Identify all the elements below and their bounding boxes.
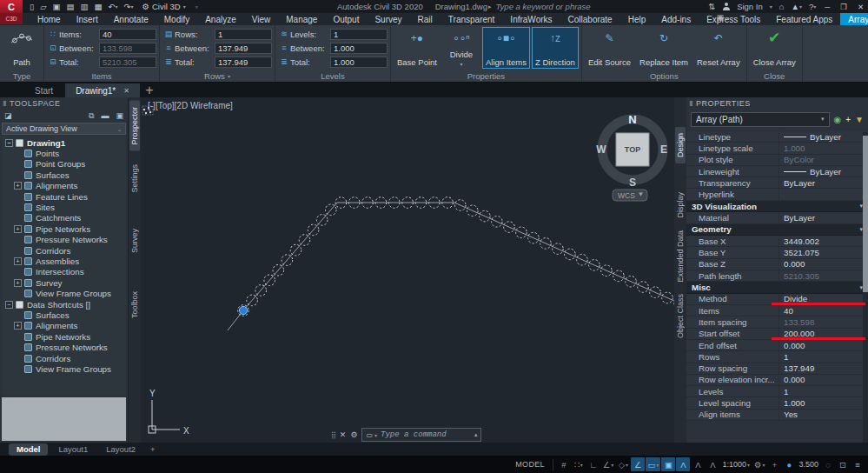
tree-item-surfaces[interactable]: Surfaces: [3, 310, 126, 320]
ribbon-tab-help[interactable]: Help: [620, 13, 654, 25]
close-array-button[interactable]: ✔Close Array: [750, 27, 799, 69]
tree-expander-icon[interactable]: +: [14, 182, 22, 190]
plot-icon[interactable]: ▥: [81, 2, 89, 11]
annotation-monitor-icon[interactable]: +: [767, 457, 781, 471]
undo-icon[interactable]: ↶▾: [108, 2, 117, 11]
palette-grip-icon[interactable]: ▮: [3, 99, 7, 107]
app-menu-button[interactable]: C: [0, 0, 23, 13]
property-value-base-z[interactable]: 0.000: [779, 259, 868, 270]
property-value-material[interactable]: ByLayer: [779, 212, 868, 223]
layout-tab-model[interactable]: Model: [9, 443, 48, 456]
wcs-label[interactable]: WCS: [618, 191, 635, 200]
search-exchange-icon[interactable]: ⇅: [708, 2, 715, 11]
path-array-objects[interactable]: [228, 197, 674, 330]
ribbon-display-toggle[interactable]: ▣▾: [716, 13, 729, 22]
compass-north-label[interactable]: N: [628, 113, 636, 126]
workspace-switching-icon[interactable]: ⚙▾: [752, 457, 767, 471]
items-between-field-input[interactable]: 133.598: [99, 43, 156, 54]
selection-dropdown[interactable]: Array (Path) ▾: [691, 112, 830, 127]
tree-item-feature-lines[interactable]: Feature Lines: [3, 191, 126, 202]
array-path-polyline[interactable]: [228, 203, 674, 330]
model-space-label[interactable]: MODEL: [515, 460, 545, 469]
tree-expander-icon[interactable]: −: [5, 139, 13, 147]
scrollbar-thumb[interactable]: [863, 136, 868, 292]
section-header-misc[interactable]: Misc▾: [686, 282, 868, 294]
toolspace-help-icon[interactable]: ▣: [116, 111, 123, 120]
levels-between-field-input[interactable]: 1.000: [330, 43, 388, 54]
tree-item-sites[interactable]: Sites: [3, 202, 126, 212]
command-input[interactable]: ▭▾ Type a command ▴: [361, 428, 481, 442]
property-value-hyperlink[interactable]: [779, 189, 868, 199]
ribbon-tab-home[interactable]: Home: [30, 13, 69, 25]
tree-item-surfaces[interactable]: Surfaces: [3, 170, 126, 180]
alerts-icon[interactable]: ▲▾: [791, 2, 801, 11]
open-folder-icon[interactable]: ▱: [40, 2, 46, 11]
tree-item-pressure-networks[interactable]: Pressure Networks: [3, 235, 126, 245]
property-value-linetype-scale[interactable]: 1.000: [779, 143, 868, 153]
compass-east-label[interactable]: E: [660, 143, 667, 156]
properties-title-bar[interactable]: ▮ PROPERTIES: [686, 97, 868, 109]
divide-button[interactable]: ∘∘ⁿDivide▾: [442, 27, 480, 69]
ribbon-tab-modify[interactable]: Modify: [156, 13, 197, 25]
redo-icon[interactable]: ↷▾: [123, 2, 133, 11]
property-value-base-x[interactable]: 3449.002: [779, 236, 868, 246]
properties-tab-extended-data[interactable]: Extended Data: [675, 224, 686, 289]
levels-total-field-input[interactable]: 1.000: [330, 57, 388, 68]
ribbon-tab-manage[interactable]: Manage: [278, 13, 325, 25]
align-items-button[interactable]: ∘■∘Align Items: [482, 27, 530, 69]
property-value-base-y[interactable]: 3521.075: [779, 247, 868, 257]
doc-tab-start[interactable]: Start: [24, 83, 63, 97]
quick-select-icon[interactable]: ▼: [855, 115, 864, 124]
property-value-items[interactable]: 40: [779, 305, 868, 316]
properties-tab-display[interactable]: Display: [675, 186, 686, 224]
property-value-row-spacing[interactable]: 137.949: [779, 363, 868, 374]
tree-expander-icon[interactable]: +: [14, 257, 22, 265]
panel-label-properties[interactable]: Properties: [391, 70, 581, 82]
property-value-path-length[interactable]: 5210.305: [779, 270, 868, 281]
section-header-3d-visualization[interactable]: 3D Visualization▾: [686, 201, 868, 213]
tree-item-intersections[interactable]: Intersections: [3, 267, 126, 277]
selected-grip-point[interactable]: [239, 306, 247, 314]
property-value-item-spacing[interactable]: 133.598: [779, 316, 868, 327]
toolspace-tab-settings[interactable]: Settings: [129, 158, 140, 199]
tree-item-alignments[interactable]: +Alignments: [3, 321, 126, 331]
rows-count-field-input[interactable]: 1: [215, 29, 272, 40]
property-value-row-elevation-incr[interactable]: 0.000: [779, 375, 868, 385]
panel-label-close[interactable]: Close: [747, 70, 802, 82]
tree-item-data-shortcuts[interactable]: −Data Shortcuts []: [3, 299, 126, 310]
annotation-scale-value[interactable]: 1:1000▾: [720, 457, 752, 471]
ribbon-tab-insert[interactable]: Insert: [69, 13, 106, 25]
ribbon-tab-analyze[interactable]: Analyze: [197, 13, 244, 25]
help-search-input[interactable]: ▸ Type a keyword or phrase: [488, 1, 619, 12]
sign-in-chevron-icon[interactable]: ▾: [770, 3, 772, 10]
panel-label-levels[interactable]: Levels: [275, 70, 390, 82]
tree-item-corridors[interactable]: Corridors: [3, 245, 126, 256]
ribbon-tab-rail[interactable]: Rail: [410, 13, 441, 25]
ortho-mode-icon[interactable]: ∟: [586, 457, 600, 471]
levels-count-field-input[interactable]: 1: [330, 29, 388, 40]
tree-item-catchments[interactable]: Catchments: [3, 213, 126, 223]
view-compass[interactable]: N E S W TOP WCS: [596, 113, 667, 201]
compass-west-label[interactable]: W: [596, 143, 606, 156]
path-button[interactable]: Path: [3, 27, 41, 69]
save-icon[interactable]: ▣: [53, 2, 61, 11]
item-view-icon[interactable]: ⧉: [89, 111, 94, 121]
qat-customize-icon[interactable]: ▿: [195, 3, 198, 10]
snap-mode-icon[interactable]: ∷▾: [572, 457, 586, 471]
property-value-plot-style[interactable]: ByColor: [779, 155, 868, 165]
new-drawing-tab-button[interactable]: +: [142, 83, 157, 97]
model-space[interactable]: N E S W TOP WCS Y X: [141, 97, 674, 443]
view-selector-dropdown[interactable]: Active Drawing View ⌄: [2, 123, 126, 135]
property-value-transparency[interactable]: ByLayer: [779, 177, 868, 188]
properties-tab-object-class[interactable]: Object Class: [675, 288, 686, 344]
viewport-controls-label[interactable]: [-][Top][2D Wireframe]: [148, 101, 233, 110]
palette-grip-icon[interactable]: ▮: [689, 99, 693, 107]
close-drawing-tab-icon[interactable]: ✕: [123, 87, 129, 95]
minimize-button[interactable]: ─: [823, 3, 832, 11]
drawing-canvas[interactable]: N E S W TOP WCS Y X: [141, 97, 674, 443]
select-objects-icon[interactable]: +: [845, 115, 851, 124]
viewcube-top-label[interactable]: TOP: [625, 145, 640, 154]
toolspace-title-bar[interactable]: ▮ TOOLSPACE: [0, 97, 128, 109]
tree-expander-icon[interactable]: +: [14, 322, 22, 330]
properties-scrollbar[interactable]: [863, 132, 868, 443]
